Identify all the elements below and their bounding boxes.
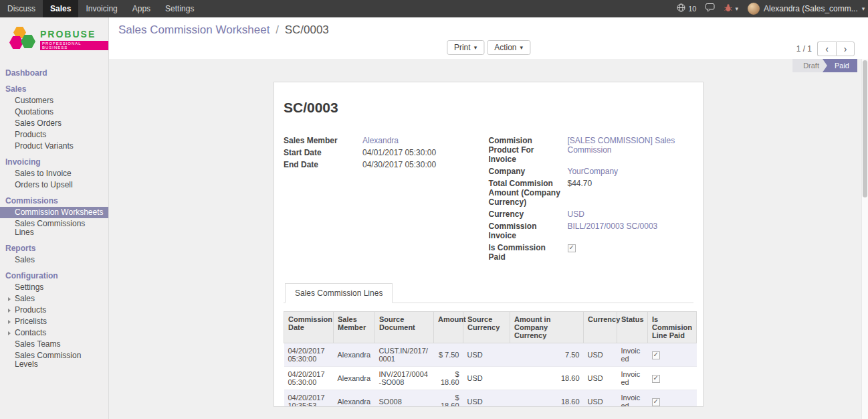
table-row[interactable]: 04/20/2017 05:30:00 Alexandra INV/2017/0… — [284, 367, 697, 390]
col-amount[interactable]: Amount — [434, 312, 463, 343]
field-label-start-date: Start Date — [284, 147, 362, 159]
avatar — [748, 3, 760, 15]
field-value-end-date: 04/30/2017 05:30:00 — [362, 159, 489, 171]
col-commission-date[interactable]: Commission Date — [284, 312, 334, 343]
sidebar-item-sales-orders[interactable]: Sales Orders — [0, 118, 108, 129]
expand-arrow-icon — [8, 320, 11, 324]
col-source-document[interactable]: Source Document — [375, 312, 434, 343]
topbar: Discuss Sales Invoicing Apps Settings 10 — [0, 0, 868, 17]
control-panel: Sales Commission Worksheet / SC/0003 Pri… — [109, 17, 868, 59]
sidebar-item-product-variants[interactable]: Product Variants — [0, 141, 108, 152]
sidebar-item-customers[interactable]: Customers — [0, 95, 108, 106]
field-label-end-date: End Date — [284, 159, 362, 171]
scrollbar-thumb[interactable] — [863, 60, 867, 197]
probuse-logo: PROBUSE PROFESSIONAL BUSINESS — [0, 17, 108, 63]
print-button[interactable]: Print ▾ — [447, 40, 484, 55]
chat-bubble-icon — [706, 3, 715, 14]
col-amount-company-currency[interactable]: Amount in Company Currency — [510, 312, 584, 343]
sidebar-item-products[interactable]: Products — [0, 129, 108, 141]
line-paid-checkbox — [652, 375, 660, 383]
sidebar-heading-dashboard[interactable]: Dashboard — [0, 67, 108, 79]
sidebar-heading-invoicing[interactable]: Invoicing — [0, 156, 108, 168]
sidebar-item-sales-teams[interactable]: Sales Teams — [0, 339, 108, 350]
sidebar-item-sales-to-invoice[interactable]: Sales to Invoice — [0, 168, 108, 179]
user-menu[interactable]: Alexandra (Sales_comm... ▾ — [748, 3, 861, 15]
chevron-down-icon: ▾ — [474, 45, 477, 51]
pager-next-button[interactable]: › — [836, 41, 855, 56]
field-value-currency[interactable]: USD — [568, 210, 584, 219]
sidebar-heading-commissions[interactable]: Commissions — [0, 195, 108, 207]
field-value-company[interactable]: YourCompany — [568, 167, 619, 176]
field-label-total-commission-amount: Total Commision Amount (Company Currency… — [489, 177, 568, 208]
form-view: Draft Paid SC/0003 Sales Member Alexandr… — [109, 59, 868, 419]
field-value-commission-invoice[interactable]: BILL/2017/0003 SC/0003 — [568, 222, 658, 231]
activities-menu[interactable]: 10 — [677, 3, 696, 14]
sidebar-item-reports-sales[interactable]: Sales — [0, 254, 108, 266]
sidebar-item-orders-to-upsell[interactable]: Orders to Upsell — [0, 179, 108, 191]
field-label-commission-product: Commision Product For Invoice — [489, 135, 568, 165]
col-is-commission-line-paid[interactable]: Is Commision Line Paid — [648, 312, 697, 343]
sidebar-item-config-pricelists[interactable]: Pricelists — [0, 316, 108, 327]
field-label-commission-invoice: Commission Invoice — [489, 220, 568, 242]
tab-sales-commission-lines[interactable]: Sales Commission Lines — [285, 283, 393, 303]
commission-lines-table: Commission Date Sales Member Source Docu… — [284, 311, 697, 407]
field-label-sales-member: Sales Member — [284, 135, 362, 147]
col-sales-member[interactable]: Sales Member — [334, 312, 375, 343]
sidebar-item-sales-commission-levels[interactable]: Sales Commission Levels — [0, 350, 108, 370]
expand-arrow-icon — [8, 331, 11, 335]
sidebar-heading-sales[interactable]: Sales — [0, 83, 108, 95]
topbar-menu-settings[interactable]: Settings — [158, 0, 201, 17]
is-commission-paid-checkbox — [568, 244, 576, 252]
status-step-draft[interactable]: Draft — [792, 59, 827, 72]
user-name: Alexandra (Sales_comm... — [764, 4, 858, 13]
debug-menu[interactable]: ▾ — [724, 3, 738, 14]
status-step-paid[interactable]: Paid — [823, 59, 857, 72]
field-value-total-commission-amount: $44.70 — [568, 177, 694, 208]
sidebar-item-commission-worksheets[interactable]: Commission Worksheets — [0, 207, 108, 218]
field-label-is-commission-paid: Is Commission Paid — [489, 242, 568, 263]
sidebar-heading-reports[interactable]: Reports — [0, 242, 108, 254]
field-value-commission-product[interactable]: [SALES COMMISSION] Sales Commission — [568, 136, 675, 155]
table-row[interactable]: 04/20/2017 10:35:53 Alexandra SO008 $ 18… — [284, 390, 697, 408]
field-value-sales-member[interactable]: Alexandra — [362, 136, 399, 145]
pager-previous-button[interactable]: ‹ — [817, 41, 836, 56]
pager-text: 1 / 1 — [796, 44, 812, 54]
chat-menu[interactable] — [706, 3, 715, 14]
action-button[interactable]: Action ▾ — [487, 40, 530, 55]
sidebar-item-sales-commissions-lines[interactable]: Sales Commissions Lines — [0, 218, 108, 238]
sidebar-item-config-products[interactable]: Products — [0, 305, 108, 316]
logo-hexagons-icon — [9, 25, 36, 54]
col-status[interactable]: Status — [617, 312, 648, 343]
breadcrumb-parent-link[interactable]: Sales Commission Worksheet — [118, 23, 269, 36]
table-row[interactable]: 04/20/2017 05:30:00 Alexandra CUST.IN/20… — [284, 343, 697, 367]
globe-icon — [677, 3, 685, 14]
sidebar-item-settings[interactable]: Settings — [0, 282, 108, 293]
expand-arrow-icon — [8, 297, 11, 301]
line-paid-checkbox — [652, 398, 660, 406]
chevron-down-icon: ▾ — [862, 6, 865, 12]
logo-name: PROBUSE — [40, 29, 96, 39]
topbar-menu-invoicing[interactable]: Invoicing — [78, 0, 124, 17]
bug-icon — [724, 3, 732, 14]
topbar-menu-sales[interactable]: Sales — [43, 0, 78, 17]
sidebar-item-config-contacts[interactable]: Contacts — [0, 327, 108, 339]
form-sheet: SC/0003 Sales Member Alexandra Start Dat… — [274, 82, 703, 407]
record-title: SC/0003 — [284, 100, 693, 116]
col-currency[interactable]: Currency — [584, 312, 617, 343]
breadcrumb-current: SC/0003 — [285, 23, 329, 36]
chevron-down-icon: ▾ — [520, 45, 524, 51]
logo-tagline: PROFESSIONAL BUSINESS — [40, 41, 108, 50]
topbar-menu-apps[interactable]: Apps — [125, 0, 158, 17]
activities-count: 10 — [688, 5, 696, 13]
table-header-row: Commission Date Sales Member Source Docu… — [284, 312, 697, 343]
sidebar-item-quotations[interactable]: Quotations — [0, 106, 108, 118]
statusbar: Draft Paid — [792, 59, 857, 72]
sidebar-heading-configuration[interactable]: Configuration — [0, 270, 108, 282]
field-group-left: Sales Member Alexandra Start Date 04/01/… — [284, 135, 489, 263]
expand-arrow-icon — [8, 309, 11, 313]
col-source-currency[interactable]: Source Currency — [463, 312, 510, 343]
line-paid-checkbox — [652, 351, 660, 359]
topbar-menu-discuss[interactable]: Discuss — [0, 0, 43, 17]
sidebar-item-config-sales[interactable]: Sales — [0, 293, 108, 305]
vertical-scrollbar[interactable] — [861, 59, 868, 419]
